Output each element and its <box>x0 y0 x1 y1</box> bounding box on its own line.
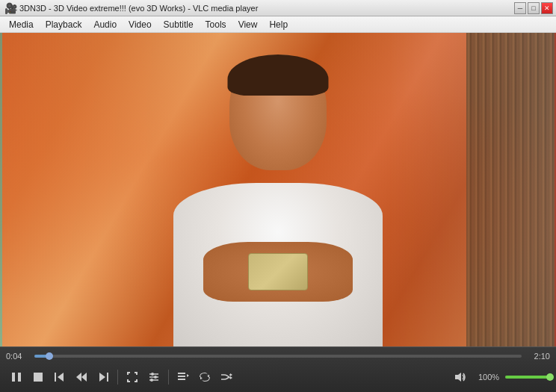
svg-rect-16 <box>178 376 185 377</box>
svg-marker-18 <box>187 374 189 377</box>
svg-rect-1 <box>18 373 21 382</box>
extended-settings-icon <box>148 371 160 383</box>
extended-settings-button[interactable] <box>143 367 164 387</box>
svg-rect-17 <box>178 379 185 380</box>
fullscreen-button[interactable] <box>122 367 143 387</box>
toggle-playlist-button[interactable] <box>173 367 194 387</box>
controls-row: 100% <box>0 364 556 391</box>
minimize-button[interactable]: ─ <box>514 2 526 14</box>
window-title: 3DN3D - 3D Video extreme!!! (evo 3D Work… <box>19 4 552 13</box>
progress-row: 0:04 2:10 <box>0 347 556 364</box>
menu-help[interactable]: Help <box>263 18 294 31</box>
svg-marker-5 <box>81 373 87 382</box>
shuffle-icon <box>220 371 232 383</box>
menu-tools[interactable]: Tools <box>200 18 232 31</box>
svg-marker-8 <box>99 373 105 382</box>
volume-percent: 100% <box>478 373 502 382</box>
svg-marker-21 <box>230 376 232 379</box>
menu-subtitle[interactable]: Subtitle <box>158 18 200 31</box>
svg-marker-6 <box>76 373 81 382</box>
prev-chapter-button[interactable] <box>49 367 70 387</box>
video-area[interactable] <box>0 33 556 346</box>
loop-icon <box>199 371 211 383</box>
playback-controls <box>6 367 448 387</box>
maximize-button[interactable]: □ <box>528 2 540 14</box>
menu-audio[interactable]: Audio <box>87 18 123 31</box>
next-chapter-icon <box>97 371 109 383</box>
menu-view[interactable]: View <box>232 18 264 31</box>
pause-button[interactable] <box>6 367 27 387</box>
svg-rect-3 <box>55 373 56 382</box>
app-icon: 🎥 <box>4 2 16 14</box>
svg-marker-4 <box>58 373 64 382</box>
video-canvas <box>0 33 556 346</box>
svg-marker-24 <box>230 373 232 376</box>
svg-rect-7 <box>107 373 108 382</box>
loop-button[interactable] <box>194 367 215 387</box>
svg-rect-15 <box>178 373 185 374</box>
menu-bar: Media Playback Audio Video Subtitle Tool… <box>0 16 556 33</box>
volume-icon <box>454 371 466 383</box>
svg-point-14 <box>150 379 153 382</box>
shuffle-button[interactable] <box>216 367 237 387</box>
rewind-button[interactable] <box>71 367 92 387</box>
seek-bar[interactable] <box>34 355 522 358</box>
title-bar: 🎥 3DN3D - 3D Video extreme!!! (evo 3D Wo… <box>0 0 556 16</box>
pause-icon <box>10 371 22 383</box>
prev-chapter-icon <box>54 371 66 383</box>
volume-handle[interactable] <box>546 373 554 381</box>
time-current: 0:04 <box>6 352 30 361</box>
stop-icon <box>32 371 44 383</box>
fullscreen-icon <box>126 371 138 383</box>
close-button[interactable]: ✕ <box>541 2 553 14</box>
playlist-icon <box>177 371 189 383</box>
anaglyph-overlay <box>0 33 556 346</box>
menu-media[interactable]: Media <box>3 18 40 31</box>
volume-section: 100% <box>478 373 550 382</box>
svg-rect-2 <box>34 373 43 382</box>
svg-point-12 <box>154 376 157 379</box>
volume-fill <box>505 376 550 379</box>
seek-handle[interactable] <box>46 352 53 360</box>
menu-playback[interactable]: Playback <box>40 18 88 31</box>
stop-button[interactable] <box>28 367 49 387</box>
time-total: 2:10 <box>526 352 550 361</box>
volume-controls: 100% <box>450 367 550 387</box>
rewind-icon <box>75 371 87 383</box>
separator-1 <box>117 370 118 385</box>
separator-2 <box>168 370 169 385</box>
svg-rect-0 <box>12 373 15 382</box>
window-controls: ─ □ ✕ <box>514 2 553 14</box>
control-bar: 0:04 2:10 <box>0 346 556 392</box>
volume-button[interactable] <box>450 367 471 387</box>
svg-point-10 <box>151 373 154 376</box>
volume-slider[interactable] <box>505 376 550 379</box>
svg-marker-25 <box>455 373 461 382</box>
next-chapter-button[interactable] <box>93 367 114 387</box>
menu-video[interactable]: Video <box>123 18 157 31</box>
